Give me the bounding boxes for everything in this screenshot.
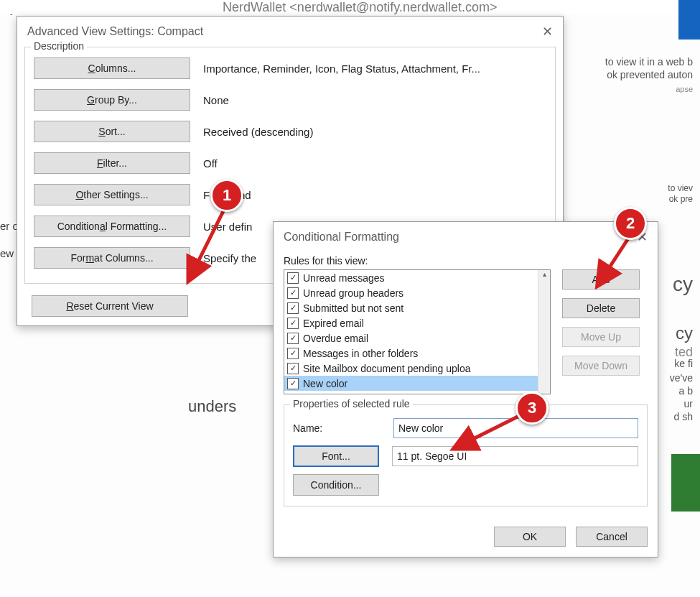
condition-button[interactable]: Condition... bbox=[293, 474, 379, 496]
bg-r9: d sh bbox=[674, 411, 693, 422]
checkbox-icon[interactable]: ✓ bbox=[287, 302, 299, 314]
checkbox-icon[interactable]: ✓ bbox=[287, 272, 299, 284]
cancel-button[interactable]: Cancel bbox=[576, 527, 648, 547]
rule-item[interactable]: ✓Expired email bbox=[284, 315, 538, 330]
format-columns-button[interactable]: Format Columns... bbox=[34, 247, 190, 269]
rule-item[interactable]: ✓Submitted but not sent bbox=[284, 300, 538, 315]
rule-item[interactable]: ✓Site Mailbox document pending uploa bbox=[284, 361, 538, 376]
checkbox-icon[interactable]: ✓ bbox=[287, 287, 299, 299]
add-button[interactable]: Add bbox=[562, 269, 640, 290]
group-by-button[interactable]: Group By... bbox=[34, 89, 190, 111]
name-label: Name: bbox=[293, 422, 393, 434]
other-settings-desc: Fonts and bbox=[203, 189, 546, 201]
bg-r8: a b bbox=[679, 385, 693, 397]
bg-message-line-2: ok prevented auton bbox=[607, 69, 693, 80]
rules-listbox[interactable]: ✓Unread messages ✓Unread group headers ✓… bbox=[284, 269, 551, 394]
group-by-desc: None bbox=[203, 94, 546, 106]
bg-r10: ur bbox=[684, 398, 693, 409]
font-button[interactable]: Font... bbox=[293, 445, 379, 467]
dialog1-title: Advanced View Settings: Compact bbox=[27, 25, 203, 38]
dialog2-title: Conditional Formatting bbox=[284, 231, 399, 244]
columns-desc: Importance, Reminder, Icon, Flag Status,… bbox=[203, 63, 546, 75]
checkbox-icon[interactable]: ✓ bbox=[287, 318, 299, 329]
bg-r4: cy bbox=[676, 323, 693, 343]
checkbox-icon[interactable]: ✓ bbox=[287, 348, 299, 359]
checkbox-icon[interactable]: ✓ bbox=[287, 333, 299, 344]
filter-desc: Off bbox=[203, 157, 546, 170]
sort-button[interactable]: Sort... bbox=[34, 121, 190, 142]
ok-button[interactable]: OK bbox=[494, 527, 566, 547]
move-down-button: Move Down bbox=[562, 356, 640, 376]
bg-r3: cy bbox=[673, 273, 693, 296]
sort-desc: Received (descending) bbox=[203, 126, 546, 138]
conditional-formatting-button[interactable]: Conditional Formatting... bbox=[34, 216, 190, 237]
filter-button[interactable]: Filter... bbox=[34, 152, 190, 174]
rule-name-input[interactable]: New color bbox=[393, 418, 638, 438]
rules-for-view-label: Rules for this view: bbox=[284, 255, 648, 267]
font-description: 11 pt. Segoe UI bbox=[392, 446, 638, 466]
bg-r7: ve've bbox=[670, 372, 693, 384]
bg-blue-block bbox=[678, 0, 700, 40]
bg-message-line-1: to view it in a web b bbox=[605, 56, 693, 68]
bg-unders: unders bbox=[188, 397, 236, 416]
annotation-badge-3: 3 bbox=[515, 392, 549, 425]
move-up-button: Move Up bbox=[562, 327, 640, 347]
delete-button[interactable]: Delete bbox=[562, 298, 640, 318]
properties-group-label: Properties of selected rule bbox=[290, 398, 413, 409]
bg-green-block bbox=[671, 454, 700, 512]
rule-item[interactable]: ✓Unread messages bbox=[284, 270, 538, 285]
annotation-badge-1: 1 bbox=[210, 179, 243, 212]
rule-item[interactable]: ✓Overdue email bbox=[284, 330, 538, 346]
annotation-badge-2: 2 bbox=[614, 207, 647, 240]
other-settings-button[interactable]: Other Settings... bbox=[34, 184, 190, 205]
email-from-header: NerdWallet <nerdwallet@notify.nerdwallet… bbox=[0, 0, 700, 14]
bg-r1: to viev bbox=[668, 183, 693, 193]
bg-apse: apse bbox=[676, 85, 693, 93]
checkbox-icon[interactable]: ✓ bbox=[287, 378, 299, 389]
bg-r2: ok pre bbox=[669, 194, 693, 204]
checkbox-icon[interactable]: ✓ bbox=[287, 363, 299, 374]
bg-r6: ke fi bbox=[674, 358, 693, 369]
columns-button[interactable]: Columns... bbox=[34, 57, 190, 79]
rule-item[interactable]: ✓Messages in other folders bbox=[284, 346, 538, 361]
close-icon[interactable]: ✕ bbox=[542, 24, 553, 40]
bg-left-fragment-2: ew bbox=[0, 247, 14, 259]
scrollbar[interactable] bbox=[538, 270, 550, 394]
conditional-formatting-dialog: Conditional Formatting ✕ Rules for this … bbox=[273, 221, 658, 557]
rule-item-selected[interactable]: ✓New color bbox=[284, 376, 538, 391]
description-group-label: Description bbox=[31, 40, 87, 52]
reset-current-view-button[interactable]: Reset Current View bbox=[32, 295, 188, 317]
rule-item[interactable]: ✓Unread group headers bbox=[284, 285, 538, 300]
bg-left-fragment-1: er o bbox=[0, 220, 19, 232]
